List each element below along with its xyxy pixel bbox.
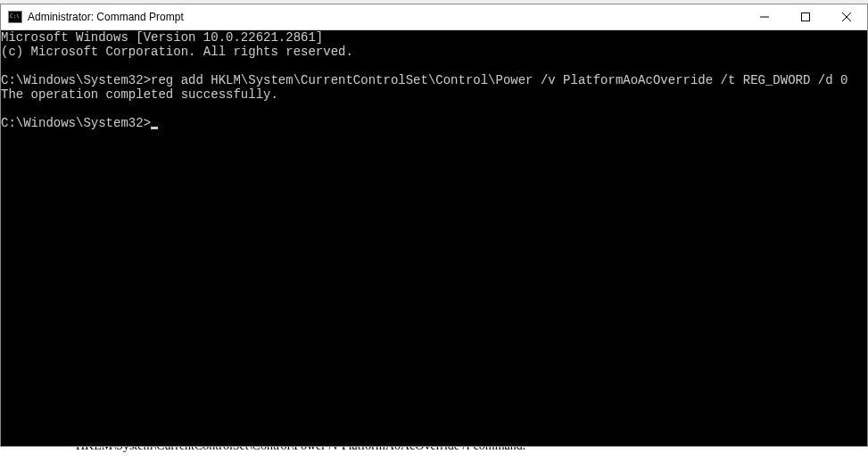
prompt: C:\Windows\System32> (1, 116, 151, 130)
console-line: Microsoft Windows [Version 10.0.22621.28… (1, 30, 323, 45)
background-text: HKLM\System\CurrentControlSet\Control\Po… (76, 447, 525, 452)
prompt: C:\Windows\System32> (1, 73, 151, 87)
command-text: reg add HKLM\System\CurrentControlSet\Co… (151, 73, 847, 87)
svg-rect-1 (802, 13, 810, 21)
cursor (151, 127, 158, 129)
window-controls (744, 4, 867, 29)
title-left: Administrator: Command Prompt (1, 11, 184, 23)
close-icon (842, 12, 851, 21)
titlebar[interactable]: Administrator: Command Prompt (1, 4, 867, 30)
console-line: The operation completed successfully. (1, 87, 278, 102)
maximize-icon (801, 12, 810, 21)
maximize-button[interactable] (785, 4, 826, 29)
window-title: Administrator: Command Prompt (28, 11, 184, 23)
background-text-strip: HKLM\System\CurrentControlSet\Control\Po… (0, 447, 868, 462)
console-line: (c) Microsoft Corporation. All rights re… (1, 45, 353, 59)
command-prompt-window: Administrator: Command Prompt Microsoft … (0, 4, 868, 447)
cmd-icon (8, 11, 22, 23)
minimize-button[interactable] (744, 4, 785, 29)
console-line: C:\Windows\System32>reg add HKLM\System\… (1, 73, 847, 87)
console-output[interactable]: Microsoft Windows [Version 10.0.22621.28… (1, 30, 867, 446)
console-line: C:\Windows\System32> (1, 116, 158, 130)
minimize-icon (760, 12, 769, 21)
close-button[interactable] (826, 4, 867, 29)
